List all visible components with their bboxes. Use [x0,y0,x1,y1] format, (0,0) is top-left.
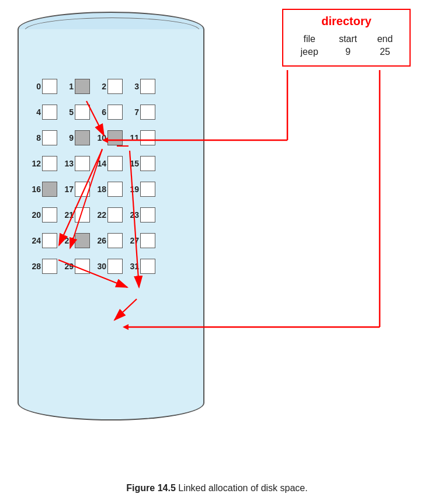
col-start: start [328,33,367,46]
disk-row: 12131415 [30,156,200,171]
cell-box-5 [75,105,90,120]
cell-num-4: 4 [30,107,41,117]
cell-group: 7 [129,105,155,120]
disk-row: 16171819 [30,182,200,197]
cylinder: 0123456789101112131415161718192021222324… [18,12,204,432]
dir-cell: 9 [328,46,367,58]
cell-group: 13 [63,156,90,171]
cell-num-12: 12 [30,159,41,168]
cell-group: 19 [129,182,155,197]
cell-num-13: 13 [63,159,74,168]
cell-box-11 [140,130,155,145]
cell-num-0: 0 [30,82,41,91]
cell-box-25 [75,233,90,248]
cell-box-26 [107,233,123,248]
cell-group: 20 [30,207,57,223]
cell-group: 30 [96,259,123,274]
cell-num-6: 6 [96,107,106,117]
disk-row: 20212223 [30,207,200,223]
cell-num-20: 20 [30,210,41,220]
disk-grid: 0123456789101112131415161718192021222324… [30,79,200,284]
dir-cell: 25 [367,46,402,58]
cell-num-14: 14 [96,159,106,168]
cell-num-30: 30 [96,262,106,271]
disk-row: 28293031 [30,259,200,274]
cell-box-9 [75,130,90,145]
cell-group: 25 [63,233,90,248]
cell-box-28 [42,259,57,274]
directory-box: directory file start end jeep925 [282,9,411,67]
directory-table: file start end jeep925 [290,33,402,58]
cell-group: 27 [129,233,155,248]
cell-box-24 [42,233,57,248]
cell-num-9: 9 [63,133,74,142]
cell-box-31 [140,259,155,274]
cell-box-21 [75,207,90,223]
cell-group: 8 [30,130,57,145]
caption-figure: Figure 14.5 [126,483,175,493]
cell-group: 5 [63,105,90,120]
cell-box-22 [107,207,123,223]
cell-box-16 [42,182,57,197]
cell-num-28: 28 [30,262,41,271]
cell-group: 21 [63,207,90,223]
cell-num-27: 27 [129,236,139,245]
cell-num-21: 21 [63,210,74,220]
cell-box-17 [75,182,90,197]
cell-num-29: 29 [63,262,74,271]
cell-group: 0 [30,79,57,94]
cell-box-0 [42,79,57,94]
directory-title: directory [290,15,402,28]
main-container: 0123456789101112131415161718192021222324… [0,0,434,504]
disk-row: 891011 [30,130,200,145]
cell-group: 6 [96,105,123,120]
cell-box-20 [42,207,57,223]
cell-box-19 [140,182,155,197]
cell-box-29 [75,259,90,274]
cell-group: 15 [129,156,155,171]
cell-group: 1 [63,79,90,94]
cell-box-12 [42,156,57,171]
col-end: end [367,33,402,46]
caption: Figure 14.5 Linked allocation of disk sp… [0,483,434,493]
cell-num-17: 17 [63,185,74,194]
cell-box-2 [107,79,123,94]
cell-num-16: 16 [30,185,41,194]
cell-box-13 [75,156,90,171]
disk-row: 0123 [30,79,200,94]
cell-box-3 [140,79,155,94]
cell-num-3: 3 [129,82,139,91]
cell-num-26: 26 [96,236,106,245]
cell-num-22: 22 [96,210,106,220]
cell-group: 4 [30,105,57,120]
cell-group: 26 [96,233,123,248]
cell-group: 3 [129,79,155,94]
cell-box-4 [42,105,57,120]
dir-cell: jeep [290,46,328,58]
cell-group: 2 [96,79,123,94]
cell-num-31: 31 [129,262,139,271]
cell-box-30 [107,259,123,274]
cell-num-2: 2 [96,82,106,91]
cell-num-10: 10 [96,133,106,142]
cell-box-23 [140,207,155,223]
cell-group: 18 [96,182,123,197]
cell-group: 22 [96,207,123,223]
cell-group: 23 [129,207,155,223]
cell-box-10 [107,130,123,145]
cell-box-8 [42,130,57,145]
cell-box-6 [107,105,123,120]
cell-group: 31 [129,259,155,274]
cell-box-1 [75,79,90,94]
disk-row: 4567 [30,105,200,120]
cylinder-body: 0123456789101112131415161718192021222324… [18,29,204,420]
cell-group: 10 [96,130,123,145]
cell-group: 11 [129,130,155,145]
cell-group: 28 [30,259,57,274]
cell-group: 29 [63,259,90,274]
caption-text: Linked allocation of disk space. [178,483,307,493]
cell-num-8: 8 [30,133,41,142]
cell-num-1: 1 [63,82,74,91]
cell-num-23: 23 [129,210,139,220]
cell-box-7 [140,105,155,120]
